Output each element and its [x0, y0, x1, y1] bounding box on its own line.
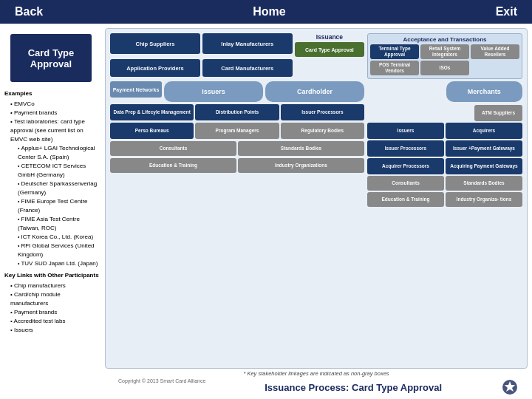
merchants-oval: Merchants [446, 81, 523, 102]
examples-section: Examples EMVCo Payment brands Test labor… [4, 89, 99, 335]
main-content: Card TypeApproval Examples EMVCo Payment… [0, 24, 532, 399]
consultants-box: Consultants [110, 141, 236, 156]
left-panel: Card TypeApproval Examples EMVCo Payment… [0, 24, 103, 399]
example-emvco: EMVCo [10, 100, 99, 109]
acquirer-processors-box: Acquirer Processors [367, 158, 444, 174]
footer: * Key stakeholder linkages are indicated… [105, 369, 528, 398]
key-links-list: Chip manufacturers Card/chip module manu… [4, 282, 99, 335]
inlay-mfr-box: Inlay Manufacturers [202, 33, 293, 54]
sub-example-8: TUV SUD Japan Ltd. (Japan) [18, 259, 99, 268]
industry-orgs-right-box: Industry Organiza- tions [446, 192, 522, 207]
sub-example-6: ICT Korea Co., Ltd. (Korea) [18, 233, 99, 242]
acquirers-box: Acquirers [446, 123, 522, 139]
issuer-payment-gateways-box: Issuer +Payment Gateways [446, 140, 522, 157]
education-training-box: Education & Training [110, 158, 236, 173]
key-link-4: Accredited test labs [10, 317, 99, 326]
issuer-processors-right-box: Issuer Processors [367, 140, 444, 157]
cardholder-oval: Cardholder [265, 81, 364, 102]
value-added-resellers-box: Value Added Resellers [471, 44, 519, 59]
card-mfr-box: Card Manufacturers [202, 59, 293, 77]
diagram-container: Chip Suppliers Inlay Manufacturers Issua… [105, 28, 528, 369]
home-title: Home [253, 5, 285, 18]
payment-networks-box: Payment Networks [110, 81, 162, 98]
key-link-3: Payment brands [10, 308, 99, 317]
key-link-2: Card/chip module manufacturers [10, 290, 99, 308]
pos-terminal-vendors-box: POS Terminal Vendors [370, 61, 419, 75]
sub-example-5: FIME Asia Test Centre (Taiwan, ROC) [18, 215, 99, 233]
retail-sys-int-box: Retail System Integrators [420, 44, 469, 59]
key-link-1: Chip manufacturers [10, 282, 99, 290]
back-button[interactable]: Back [15, 5, 43, 18]
sub-example-4: FIME Europe Test Centre (France) [18, 197, 99, 215]
application-providers-box: Application Providers [110, 59, 200, 77]
perso-bureaus-box: Perso Bureaus [110, 123, 194, 139]
industry-orgs-box: Industry Organizations [238, 158, 364, 173]
regulatory-bodies-box: Regulatory Bodies [281, 123, 364, 139]
sub-example-2: CETECOM ICT Services GmbH (Germany) [18, 162, 99, 180]
key-link-5: Issuers [10, 326, 99, 335]
sub-examples-list: Applus+ LGAI Technological Center S.A. (… [10, 144, 99, 268]
data-prep-box: Data Prep & Lifecyle Management [110, 104, 194, 120]
header: Back Home Exit [0, 0, 532, 24]
examples-list: EMVCo Payment brands Test laboratories: … [4, 100, 99, 268]
standards-bodies-box: Standards Bodies [238, 141, 364, 156]
standards-bodies-right-box: Standards Bodies [446, 176, 522, 191]
terminal-type-approval-box: Terminal Type Approval [370, 44, 419, 59]
issuers-right-box: Issuers [367, 123, 444, 139]
card-type-badge: Card TypeApproval [10, 34, 92, 82]
atm-suppliers-box: ATM Suppliers [474, 105, 522, 121]
example-payment-brands: Payment brands [10, 109, 99, 117]
consultants-right-box: Consultants [367, 176, 444, 191]
program-managers-box: Program Managers [195, 123, 279, 139]
isos-box: ISOs [420, 61, 469, 75]
acquiring-payment-gateways-box: Acquiring Payment Gateways [446, 158, 522, 174]
issuers-oval: Issuers [164, 81, 263, 102]
card-type-approval-box: Card Type Approval [295, 42, 364, 57]
chip-suppliers-box: Chip Suppliers [110, 33, 200, 54]
smart-card-alliance-logo-icon [501, 378, 519, 396]
footnote-text: * Key stakeholder linkages are indicated… [243, 370, 389, 377]
key-links-title: Key Links with Other Participants [4, 271, 99, 280]
right-content: Chip Suppliers Inlay Manufacturers Issua… [103, 24, 532, 399]
sub-example-7: RFI Global Services (United Kingdom) [18, 242, 99, 259]
sub-example-3: Deutscher Sparkassenverlag (Germany) [18, 180, 99, 197]
copyright-text: Copyright © 2013 Smart Card Alliance [118, 378, 205, 383]
acceptance-header: Acceptance and Transactions [370, 36, 519, 43]
examples-title: Examples [4, 89, 99, 98]
footer-row: Copyright © 2013 Smart Card Alliance Iss… [109, 378, 523, 396]
footer-title: Issuance Process: Card Type Approval [265, 382, 442, 393]
education-training-right-box: Education & Training [367, 192, 444, 207]
exit-button[interactable]: Exit [496, 5, 517, 18]
sub-example-1: Applus+ LGAI Technological Center S.A. (… [18, 144, 99, 162]
distribution-box: Distribution Points [195, 104, 279, 120]
example-test-labs: Test laboratories: card type approval (s… [10, 117, 99, 144]
issuance-label: Issuance [295, 33, 364, 41]
issuer-processors-box: Issuer Processors [281, 104, 364, 120]
